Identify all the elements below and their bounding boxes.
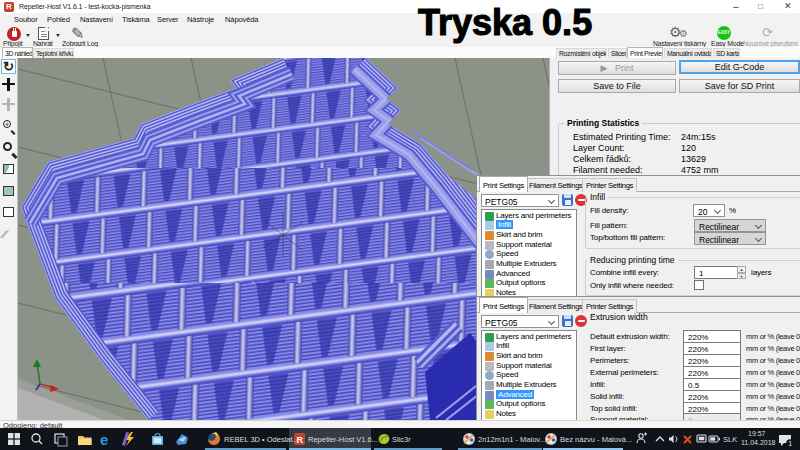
svg-text:1: 1 <box>788 440 792 447</box>
svg-text:e: e <box>100 431 108 448</box>
